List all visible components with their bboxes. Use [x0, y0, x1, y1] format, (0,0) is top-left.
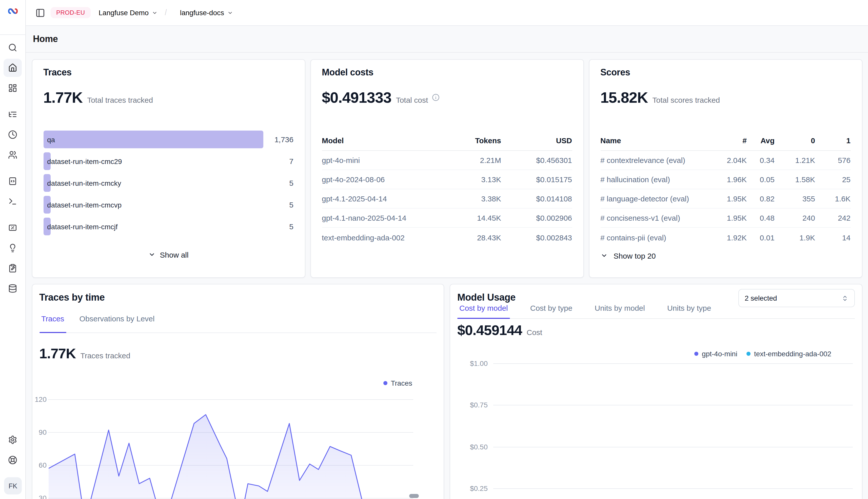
- page-header: Home: [26, 26, 868, 53]
- traces-card-title: Traces: [43, 67, 72, 78]
- sidebar-item-search[interactable]: [3, 38, 22, 57]
- sidebar-item-playground[interactable]: [3, 192, 22, 210]
- score-row[interactable]: # contains-pii (eval) 1.92K 0.01 1.9K 14: [601, 228, 851, 247]
- scores-metric: 15.82K: [601, 89, 648, 106]
- traces-by-time-tabs: Traces Observations by Level: [39, 314, 437, 333]
- sidebar-item-annotation[interactable]: [3, 259, 22, 277]
- project-switcher[interactable]: langfuse-docs: [180, 9, 224, 17]
- trace-count: 7: [289, 152, 294, 170]
- tab-units-by-type[interactable]: Units by type: [665, 303, 713, 318]
- lightbulb-icon: [8, 243, 17, 253]
- model-costs-metric: $0.491333: [322, 89, 391, 106]
- trace-name: dataset-run-item-cmcky: [47, 174, 121, 192]
- breadcrumb-separator: /: [165, 8, 167, 18]
- trace-bar-row[interactable]: dataset-run-item-cmcjf 5: [43, 218, 294, 235]
- legend-dot: [747, 352, 750, 355]
- model-cost-row[interactable]: gpt-4o-2024-08-06 3.13K $0.015175: [322, 170, 572, 189]
- topbar: PROD-EU Langfuse Demo / langfuse-docs: [26, 0, 868, 26]
- traces-area-chart: [49, 392, 412, 499]
- env-badge: PROD-EU: [51, 7, 91, 18]
- sidebar-item-tracing[interactable]: [3, 105, 22, 123]
- org-switcher[interactable]: Langfuse Demo: [99, 9, 149, 17]
- model-costs-card: Model costs $0.491333 Total cost Model T…: [310, 59, 584, 278]
- sidebar-item-dashboards[interactable]: [3, 79, 22, 97]
- traces-bar-list: qa 1,736 dataset-run-item-cmc29 7 datase…: [43, 131, 294, 239]
- trace-bar-row[interactable]: dataset-run-item-cmc29 7: [43, 152, 294, 170]
- model-cost-row[interactable]: gpt-4.1-2025-04-14 3.38K $0.014108: [322, 189, 572, 208]
- model-usage-title: Model Usage: [457, 292, 515, 303]
- trace-bar-row[interactable]: qa 1,736: [43, 131, 294, 148]
- model-usage-card: Model Usage 2 selected Cost by model Cos…: [450, 284, 862, 499]
- chevron-down-icon: [601, 252, 607, 259]
- clipboard-pen-icon: [8, 264, 17, 273]
- trace-count: 5: [289, 196, 294, 214]
- score-row[interactable]: # conciseness-v1 (eval) 1.95K 0.48 240 2…: [601, 208, 851, 228]
- score-row[interactable]: # hallucination (eval) 1.96K 0.05 1.58K …: [601, 170, 851, 189]
- scrollbar-thumb[interactable]: [409, 494, 419, 498]
- score-row[interactable]: # contextrelevance (eval) 2.04K 0.34 1.2…: [601, 151, 851, 170]
- sidebar-item-home[interactable]: [3, 59, 22, 77]
- langfuse-logo-icon[interactable]: [7, 5, 19, 17]
- sidebar-toggle-button[interactable]: [33, 5, 47, 20]
- tab-cost-by-type[interactable]: Cost by type: [528, 303, 574, 318]
- sidebar-item-sessions[interactable]: [3, 125, 22, 144]
- tab-cost-by-model[interactable]: Cost by model: [457, 303, 510, 318]
- model-usage-tabs: Cost by model Cost by type Units by mode…: [457, 303, 855, 319]
- trace-bar-row[interactable]: dataset-run-item-cmcky 5: [43, 174, 294, 192]
- traces-tracked-label: Traces tracked: [80, 351, 130, 360]
- traces-by-time-card: Traces by time Traces Observations by Le…: [32, 284, 444, 499]
- page-title: Home: [33, 34, 58, 44]
- content: Traces 1.77K Total traces tracked qa 1,7…: [26, 53, 868, 499]
- trace-count: 5: [289, 218, 294, 235]
- trace-name: dataset-run-item-cmc29: [47, 152, 122, 170]
- show-top-20-button[interactable]: Show top 20: [601, 251, 656, 260]
- chevron-down-icon[interactable]: [152, 10, 157, 15]
- traces-metric-label: Total traces tracked: [87, 95, 153, 104]
- home-icon: [8, 63, 17, 72]
- sidebar: FK: [0, 0, 26, 499]
- life-buoy-icon: [8, 455, 17, 464]
- tab-traces[interactable]: Traces: [39, 314, 66, 332]
- legend-dot: [694, 352, 698, 355]
- traces-metric: 1.77K: [43, 89, 83, 106]
- tab-observations-by-level[interactable]: Observations by Level: [78, 314, 157, 332]
- chevrons-up-down-icon: [841, 295, 848, 301]
- model-usage-legend: gpt-4o-mini text-embedding-ada-002: [694, 350, 831, 357]
- chevron-down-icon[interactable]: [227, 10, 233, 15]
- trace-name: qa: [47, 131, 55, 148]
- sidebar-item-judge[interactable]: [3, 239, 22, 257]
- model-cost-row[interactable]: text-embedding-ada-002 28.43K $0.002843: [322, 228, 572, 247]
- show-all-button[interactable]: Show all: [32, 250, 305, 259]
- scores-metric-label: Total scores tracked: [653, 95, 720, 104]
- sidebar-item-users[interactable]: [3, 146, 22, 164]
- model-costs-table-header: Model Tokens USD: [322, 130, 572, 151]
- dashboard-icon: [8, 84, 17, 93]
- chevron-down-icon: [148, 251, 155, 258]
- clock-icon: [8, 130, 17, 139]
- trace-bar-row[interactable]: dataset-run-item-cmcvp 5: [43, 196, 294, 214]
- score-row[interactable]: # language-detector (eval) 1.95K 0.82 35…: [601, 189, 851, 208]
- trace-count: 1,736: [274, 131, 294, 148]
- trace-count: 5: [289, 174, 294, 192]
- sidebar-item-datasets[interactable]: [3, 279, 22, 297]
- avatar[interactable]: FK: [4, 477, 22, 495]
- scores-card-title: Scores: [601, 67, 630, 78]
- model-costs-table: Model Tokens USD gpt-4o-mini 2.21M $0.45…: [322, 130, 572, 247]
- tab-units-by-model[interactable]: Units by model: [593, 303, 647, 318]
- file-code-icon: [8, 177, 17, 186]
- panel-left-icon: [35, 8, 45, 17]
- info-icon[interactable]: [432, 94, 440, 101]
- cost-metric-label: Cost: [527, 328, 543, 336]
- model-costs-metric-label: Total cost: [396, 95, 428, 104]
- model-cost-row[interactable]: gpt-4.1-nano-2025-04-14 14.45K $0.002906: [322, 208, 572, 228]
- sidebar-item-settings[interactable]: [3, 430, 22, 449]
- users-icon: [8, 150, 17, 159]
- sidebar-item-evaluation[interactable]: [3, 219, 22, 237]
- langfuse-home-page: PROD-EU Langfuse Demo / langfuse-docs Ho…: [0, 0, 868, 499]
- chart-legend: Traces: [383, 379, 412, 387]
- scores-table-header: Name # Avg 0 1: [601, 130, 851, 151]
- gear-icon: [8, 435, 17, 444]
- sidebar-item-prompts[interactable]: [3, 172, 22, 190]
- model-cost-row[interactable]: gpt-4o-mini 2.21M $0.456301: [322, 151, 572, 170]
- sidebar-item-support[interactable]: [3, 451, 22, 469]
